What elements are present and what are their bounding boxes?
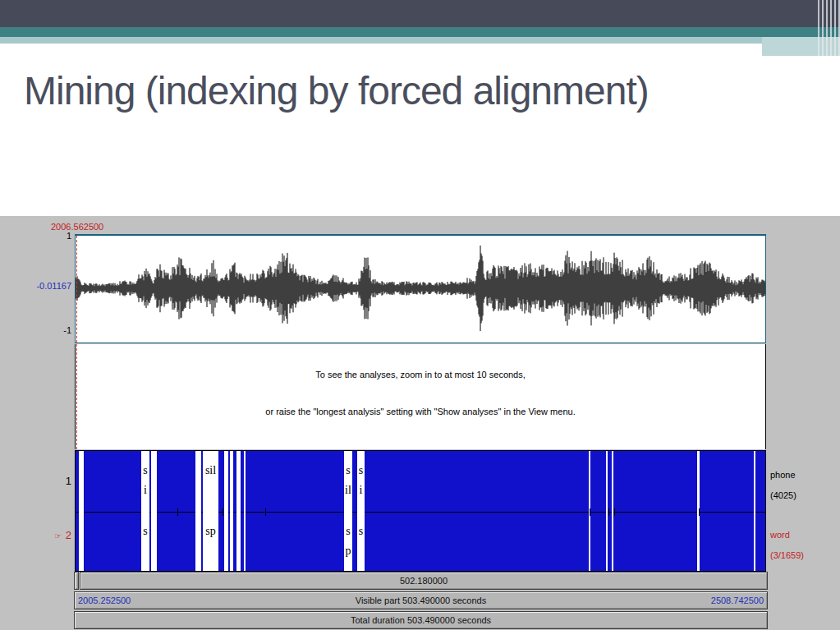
selection-bar-sliver[interactable] — [74, 572, 79, 590]
visible-part-button[interactable]: 2005.252500 Visible part 503.490000 seco… — [74, 591, 768, 609]
time-bars: 502.180000 2005.252500 Visible part 503.… — [74, 572, 768, 630]
separator-tick — [265, 508, 266, 516]
total-duration-row: Total duration 503.490000 seconds — [74, 611, 768, 629]
tier-interval-gap[interactable]: s is — [141, 451, 149, 571]
tier1-number[interactable]: 1 — [0, 475, 71, 487]
tier-interval-gap[interactable] — [195, 451, 201, 571]
tier-interval-gap[interactable] — [79, 451, 84, 571]
tier1-side-label[interactable]: phone (4025) — [770, 465, 796, 506]
waveform-path — [76, 246, 765, 331]
tier-interval-gap[interactable] — [754, 451, 755, 571]
tier-interval-gap[interactable] — [612, 451, 613, 571]
separator-tick — [608, 508, 609, 516]
interval-label: s i — [359, 461, 363, 500]
total-duration-label: Total duration 503.490000 seconds — [351, 615, 491, 625]
tier2-number-text: 2 — [66, 529, 71, 541]
visible-end-time: 2508.742500 — [711, 596, 764, 605]
tier-interval-gap[interactable]: silsp — [203, 451, 218, 571]
selection-duration-button[interactable]: 502.180000 — [80, 572, 768, 590]
total-duration-button[interactable]: Total duration 503.490000 seconds — [74, 611, 768, 629]
tier1-count: (4025) — [770, 485, 796, 506]
tier-interval-gap[interactable] — [230, 451, 233, 571]
tier-interval-gap[interactable]: s is — [357, 451, 365, 571]
waveform-panel[interactable] — [75, 234, 766, 343]
tier2-number[interactable]: ☞ 2 — [0, 529, 71, 541]
cursor-line[interactable] — [76, 236, 77, 343]
header-stripe-light — [0, 37, 764, 44]
slide-title: Mining (indexing by forced alignment) — [24, 71, 829, 112]
tier2-name: word — [770, 525, 804, 545]
interval-label: s — [143, 522, 147, 541]
tier-interval-gap[interactable] — [244, 451, 246, 571]
tier-interval-gap[interactable] — [606, 451, 608, 571]
interval-label: sil — [205, 461, 216, 481]
interval-label: sp — [205, 522, 215, 541]
selection-duration-label: 502.180000 — [400, 576, 448, 586]
tier-interval-gap[interactable] — [151, 451, 157, 571]
header-vertical-stripes — [815, 0, 840, 56]
separator-tick — [177, 508, 178, 516]
analysis-message-panel[interactable]: To see the analyses, zoom in to at most … — [75, 344, 766, 449]
amplitude-cursor-label: -0.01167 — [0, 281, 71, 291]
waveform — [76, 236, 765, 342]
tier-interval-gap[interactable] — [236, 451, 241, 571]
visible-start-time: 2005.252500 — [78, 596, 131, 605]
tier2-count: (3/1659) — [770, 545, 804, 566]
analysis-message-line2: or raise the "longest analysis" setting … — [76, 407, 765, 416]
cursor-line-lower — [76, 344, 77, 449]
header-stripe-teal — [0, 27, 840, 37]
visible-part-label: Visible part 503.490000 seconds — [356, 596, 486, 605]
selected-tier-pointer-icon: ☞ — [54, 531, 62, 540]
separator-tick — [590, 508, 590, 516]
separator-tick — [699, 508, 700, 516]
analysis-message-line1: To see the analyses, zoom in to at most … — [76, 370, 765, 379]
interval-label: s il — [345, 461, 351, 500]
tier1-name: phone — [770, 465, 796, 485]
amplitude-min-label: -1 — [0, 325, 71, 335]
interval-label: s — [359, 522, 363, 541]
separator-tick — [223, 508, 223, 516]
separator-tick — [614, 508, 615, 516]
selection-bar-row: 502.180000 — [74, 572, 768, 590]
amplitude-max-label: 1 — [0, 231, 71, 241]
textgrid-tier-panel[interactable]: s issilsps ils ps is — [75, 450, 766, 572]
tier2-side-label[interactable]: word (3/1659) — [770, 525, 804, 566]
interval-label: s p — [346, 522, 351, 561]
tier-separator — [76, 512, 765, 513]
tier-interval-gap[interactable]: s ils p — [344, 451, 352, 571]
tier-interval-gap[interactable] — [224, 451, 228, 571]
praat-editor-window: 2006.562500 1 -0.01167 -1 To see the ana… — [0, 216, 840, 630]
visible-part-row: 2005.252500 Visible part 503.490000 seco… — [74, 591, 768, 609]
header-bar-dark — [0, 0, 840, 27]
interval-label: s i — [143, 461, 147, 500]
